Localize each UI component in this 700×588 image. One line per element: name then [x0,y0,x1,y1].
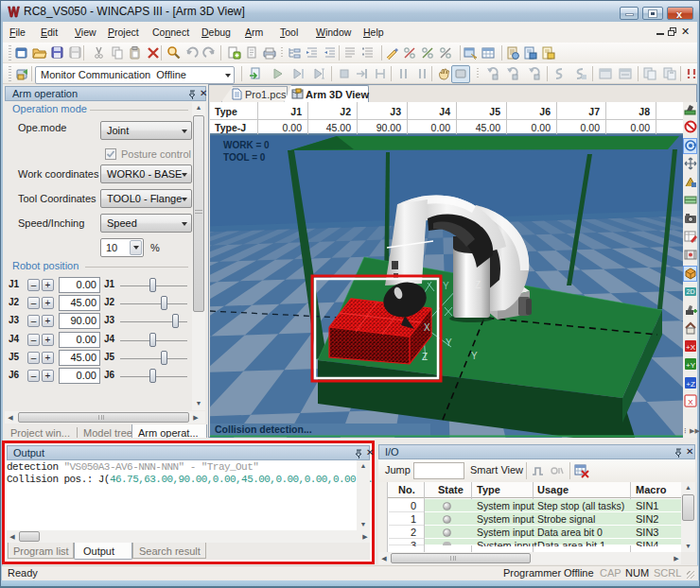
svg-text:WORK = 0: WORK = 0 [223,140,270,150]
svg-text:+Z: +Z [686,380,695,389]
svg-text:Y: Y [446,337,452,348]
svg-text:Y: Y [471,351,478,361]
svg-text:Collision detection...: Collision detection... [215,424,312,435]
svg-text:+Y: +Y [686,361,696,370]
svg-text:X: X [688,398,693,406]
svg-text:Z: Z [422,352,428,362]
svg-text:Y: Y [443,281,449,291]
svg-text:2D: 2D [687,288,695,295]
svg-text:TOOL = 0: TOOL = 0 [223,152,266,163]
svg-text:+X: +X [686,343,696,352]
svg-text:X: X [424,322,430,333]
svg-text:Z: Z [475,280,481,290]
